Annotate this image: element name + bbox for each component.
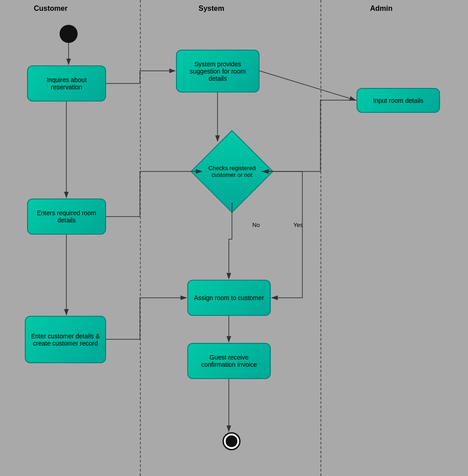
input-room-node: Input room details <box>357 88 440 113</box>
divider-2 <box>320 0 321 476</box>
system-provides-node: System provides suggestion for room deta… <box>176 50 259 92</box>
diagram-container: Customer System Admin Inquires about res… <box>0 0 468 476</box>
lane-customer-header: Customer <box>34 5 68 13</box>
svg-line-2 <box>259 71 356 100</box>
inquires-node: Inquires about reservation <box>27 65 106 102</box>
assign-room-node: Assign room to customer <box>187 280 271 316</box>
enters-required-node: Enters required room details <box>27 199 106 235</box>
decision-node: Checks registered customer or not <box>190 130 273 213</box>
decision-text: Checks registered customer or not <box>207 165 257 178</box>
guest-invoice-node: Guest receive confirmation invoice <box>187 343 271 379</box>
divider-1 <box>140 0 141 476</box>
lane-system-header: System <box>199 5 224 13</box>
end-node-inner <box>226 435 237 447</box>
start-node <box>60 25 78 43</box>
lane-admin-header: Admin <box>370 5 393 13</box>
end-node <box>222 432 241 450</box>
enter-customer-node: Enter customer details & create customer… <box>25 316 106 363</box>
branch-no-label: No <box>251 221 261 229</box>
branch-yes-label: Yes <box>292 221 304 229</box>
